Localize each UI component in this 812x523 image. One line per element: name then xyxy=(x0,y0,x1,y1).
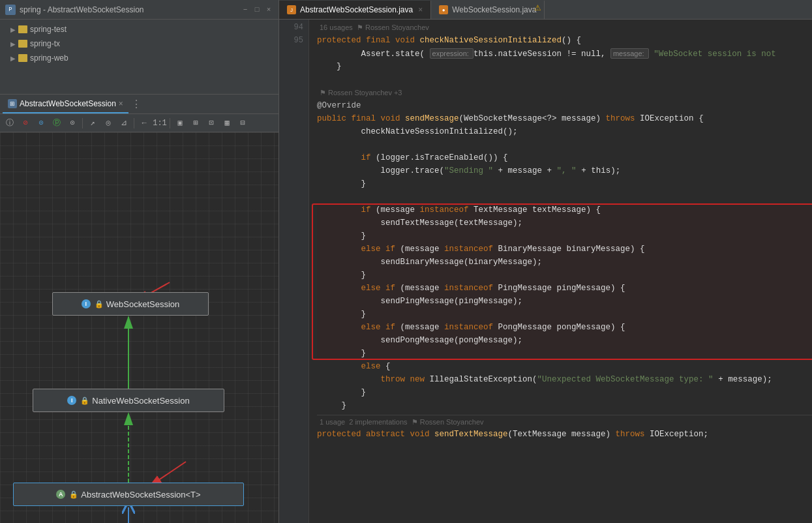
file-icon-websocket: ● xyxy=(439,5,448,14)
diagram-more-button[interactable]: ⋮ xyxy=(128,98,144,111)
toolbar-layout1-btn[interactable]: ▣ xyxy=(173,116,187,130)
text-msg: TextMessage textMessage) { xyxy=(469,205,601,215)
str2: ", " xyxy=(557,166,577,175)
kw-if: if xyxy=(361,153,376,162)
toolbar-eye-btn[interactable]: ◎ xyxy=(101,116,115,130)
line-num xyxy=(279,203,303,217)
toolbar-btn5[interactable]: ⊙ xyxy=(65,116,80,130)
arrow-icon: ▶ xyxy=(10,40,16,48)
editor-tabs: J AbstractWebSocketSession.java × ● WebS… xyxy=(279,0,812,20)
toolbar-sep1 xyxy=(82,118,83,128)
close-brace: } xyxy=(361,388,367,397)
toolbar-btn3[interactable]: ⊙ xyxy=(34,116,48,130)
indent xyxy=(317,388,356,397)
line-num xyxy=(279,164,303,177)
line-num xyxy=(279,190,303,203)
diagram-canvas[interactable]: I 🔒 WebSocketSession I 🔒 NativeWebSocket… xyxy=(0,132,278,523)
lock-icon: 🔒 xyxy=(95,300,104,308)
toolbar-filter-btn[interactable]: ⊿ xyxy=(117,116,131,130)
line-num xyxy=(279,112,303,125)
tab-close-abstract[interactable]: × xyxy=(418,5,423,14)
code-line-blank2 xyxy=(317,138,812,151)
code-line-95: protected final void checkNativeSessionI… xyxy=(317,34,812,47)
toolbar-layout3-btn[interactable]: ⊡ xyxy=(204,116,218,130)
kw-throw: throw new xyxy=(381,375,425,384)
tree-item-spring-test[interactable]: ▶ spring-test xyxy=(0,22,278,37)
editor-tab-websocket[interactable]: ● WebSocketSession.java ⚠ xyxy=(431,1,545,19)
kw-protected: protected final void xyxy=(317,36,420,45)
uml-label: WebSocketSession xyxy=(106,299,180,309)
uml-box-native-websocket-session[interactable]: I 🔒 NativeWebSocketSession xyxy=(33,389,224,412)
line-num xyxy=(279,438,303,451)
line-num xyxy=(279,217,303,230)
tab-label-websocket: WebSocketSession.java xyxy=(452,5,536,14)
file-icon-abstract: J xyxy=(287,5,296,14)
indent xyxy=(317,127,356,136)
uml-box-websocket-session[interactable]: I 🔒 WebSocketSession xyxy=(52,292,209,316)
interface-icon: I xyxy=(67,396,76,405)
code-line-close-ping: } xyxy=(317,308,812,321)
code-content[interactable]: 16 usages ⚑ Rossen Stoyanchev protected … xyxy=(309,20,812,523)
diagram-tab-label: AbstractWebSocketSession xyxy=(20,99,116,108)
concat2: + this); xyxy=(577,166,621,175)
folder-icon xyxy=(18,54,27,62)
toolbar-link-btn[interactable]: ↗ xyxy=(85,116,100,130)
space: (message xyxy=(395,245,444,254)
send-pong-call: sendPongMessage(pongMessage); xyxy=(381,336,523,345)
diagram-toolbar: ⓘ ⊘ ⊙ ⓟ ⊙ ↗ ◎ ⊿ ← 1:1 ▣ ⊞ ⊡ ▦ ⊟ xyxy=(0,114,278,132)
indent xyxy=(317,258,376,267)
tree-item-spring-web[interactable]: ▶ spring-web xyxy=(0,51,278,65)
concat1: + message + xyxy=(493,166,557,175)
uml-box-abstract-websocket-session[interactable]: A 🔒 AbstractWebSocketSession<T> xyxy=(13,483,244,506)
author-name3: Rossen Stoyanchev xyxy=(418,415,484,428)
params: (WebSocketMessage<?> message) xyxy=(459,114,606,123)
toolbar-layout5-btn[interactable]: ⊟ xyxy=(235,116,250,130)
tree-item-spring-tx[interactable]: ▶ spring-tx xyxy=(0,37,278,51)
line-num xyxy=(279,125,303,138)
uml-label: NativeWebSocketSession xyxy=(92,396,189,406)
indent xyxy=(317,153,356,162)
toolbar-btn2[interactable]: ⊘ xyxy=(18,116,33,130)
maximize-button[interactable]: □ xyxy=(252,5,262,14)
line-num xyxy=(279,138,303,151)
highlighted-section: if (message instanceof TextMessage textM… xyxy=(317,203,812,360)
author-icon3: ⚑ xyxy=(412,415,418,428)
toolbar-zoom-btn[interactable]: 1:1 xyxy=(153,116,167,130)
code-line-if-logger: if (logger.isTraceEnabled()) { xyxy=(317,151,812,164)
indent xyxy=(317,271,356,280)
code-line-close-text: } xyxy=(317,230,812,243)
right-panel: J AbstractWebSocketSession.java × ● WebS… xyxy=(279,0,812,523)
kw-if2: if xyxy=(361,205,371,215)
code-line-blank1 xyxy=(317,73,812,86)
toolbar-left-btn[interactable]: ← xyxy=(137,116,151,130)
kw-protected2: protected abstract void xyxy=(317,430,434,439)
toolbar-layout2-btn[interactable]: ⊞ xyxy=(188,116,203,130)
author-icon: ⚑ xyxy=(357,21,363,34)
indent-spaces xyxy=(317,50,356,59)
toolbar-info-btn[interactable]: ⓘ xyxy=(3,116,17,130)
diagram-tab-abstract[interactable]: ⊞ AbstractWebSocketSession × xyxy=(3,95,128,113)
diagram-tab-close[interactable]: × xyxy=(119,99,123,108)
editor-tab-abstract[interactable]: J AbstractWebSocketSession.java × xyxy=(279,1,431,19)
diagram-tab-bar: ⊞ AbstractWebSocketSession × ⋮ xyxy=(0,95,278,114)
kw-else-if1: else if xyxy=(361,245,396,254)
close-button[interactable]: × xyxy=(264,5,273,14)
line-num xyxy=(279,360,303,373)
abstract-icon: A xyxy=(56,490,65,499)
line-num xyxy=(279,243,303,256)
indent xyxy=(317,310,356,319)
tree-label: spring-test xyxy=(30,25,67,34)
indent xyxy=(317,375,376,384)
line-num xyxy=(279,308,303,321)
throws-keyword2: throws xyxy=(616,430,645,439)
line-num xyxy=(279,295,303,308)
code-line-assert: Assert.state( expression: this.nativeSes… xyxy=(317,47,812,60)
native-session: this.nativeSession != null, xyxy=(474,50,610,59)
line-num xyxy=(279,386,303,399)
toolbar-layout4-btn[interactable]: ▦ xyxy=(220,116,234,130)
line-num xyxy=(279,269,303,282)
toolbar-btn4[interactable]: ⓟ xyxy=(50,116,64,130)
minimize-button[interactable]: − xyxy=(241,5,250,14)
close-brace: } xyxy=(361,271,367,280)
line-num xyxy=(279,282,303,295)
